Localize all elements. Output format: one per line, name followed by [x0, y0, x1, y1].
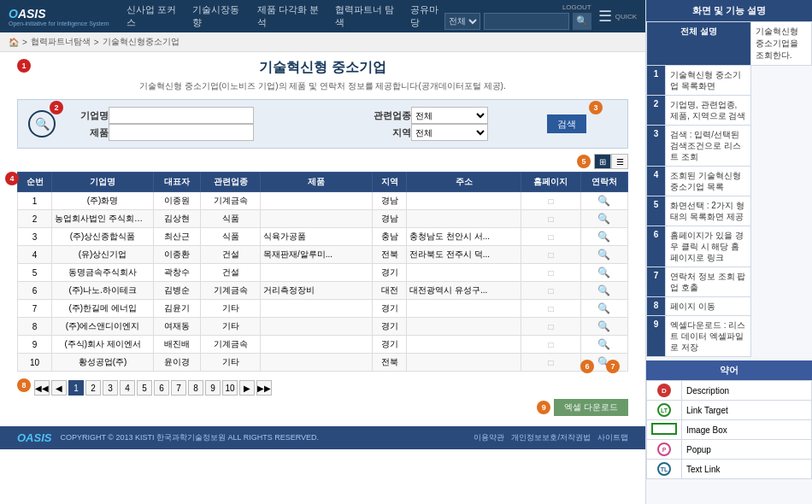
- cell-8-6[interactable]: [407, 336, 521, 354]
- page-next[interactable]: ▶: [239, 380, 255, 396]
- cell-3-6[interactable]: 전라북도 전주시 덕...: [407, 246, 521, 264]
- page-subtitle: 기술혁신형 중소기업(이노비즈 기업)의 제품 및 연락처 정보를 제공합니다(…: [17, 80, 628, 92]
- col-header-company: 기업명: [52, 173, 154, 192]
- page-10[interactable]: 10: [222, 380, 238, 396]
- page-2[interactable]: 2: [85, 380, 101, 396]
- cell-7-8[interactable]: 🔍: [580, 318, 627, 336]
- cell-9-6[interactable]: [407, 354, 521, 372]
- cell-6-7[interactable]: □: [521, 300, 581, 318]
- page-7[interactable]: 7: [171, 380, 186, 396]
- cell-8-0: 9: [18, 336, 52, 354]
- sidebar-num-5: 5: [647, 196, 666, 226]
- list-view-button[interactable]: ☰: [611, 154, 628, 169]
- legend-icon-4: TL: [647, 460, 682, 479]
- nav-item-2[interactable]: 기술시장동향: [192, 3, 244, 29]
- search-button[interactable]: 검색: [547, 114, 586, 133]
- badge-9: 9: [537, 401, 550, 414]
- page-prev-prev[interactable]: ◀◀: [34, 380, 50, 396]
- sidebar-num-7: 7: [647, 267, 666, 297]
- page-8[interactable]: 8: [188, 380, 203, 396]
- page-5[interactable]: 5: [137, 380, 152, 396]
- nav-item-3[interactable]: 제품 다각화 분석: [257, 3, 322, 29]
- cell-2-8[interactable]: 🔍: [580, 228, 627, 246]
- cell-0-6[interactable]: [407, 192, 521, 210]
- cell-0-3: 기계금속: [201, 192, 261, 210]
- breadcrumb-home[interactable]: 🏠: [9, 38, 19, 47]
- cell-7-1: (주)에스앤디이엔지: [52, 318, 154, 336]
- cell-5-8[interactable]: 🔍: [580, 282, 627, 300]
- header-search-input[interactable]: [484, 13, 569, 30]
- cell-7-4: [261, 318, 373, 336]
- breadcrumb-level1[interactable]: 협력파트너탐색: [31, 36, 91, 48]
- sidebar-desc-6: 홈페이지가 있을 경우 클릭 시 해당 홈페이지로 링크: [666, 226, 751, 267]
- col-header-homepage: 홈페이지: [521, 173, 581, 192]
- cell-1-6[interactable]: [407, 210, 521, 228]
- cell-3-4: 목재판재/알루미...: [261, 246, 373, 264]
- sidebar-header-label: 전체 설명: [647, 22, 751, 66]
- nav-item-1[interactable]: 신사업 포커스: [127, 3, 180, 29]
- cell-3-8[interactable]: 🔍: [580, 246, 627, 264]
- menu-icon[interactable]: ☰: [598, 7, 612, 26]
- grid-view-button[interactable]: ⊞: [594, 154, 611, 169]
- cell-1-7[interactable]: □: [521, 210, 581, 228]
- cell-5-6[interactable]: 대전광역시 유성구...: [407, 282, 521, 300]
- page-1[interactable]: 1: [68, 380, 84, 396]
- legend-label-2: Image Box: [682, 420, 812, 440]
- legend-label-1: Link Target: [682, 401, 812, 420]
- cell-8-8[interactable]: 🔍: [580, 336, 627, 354]
- cell-4-8[interactable]: 🔍: [580, 264, 627, 282]
- cell-7-6[interactable]: [407, 318, 521, 336]
- product-input[interactable]: [109, 124, 254, 141]
- cell-4-7[interactable]: □: [521, 264, 581, 282]
- page-9[interactable]: 9: [205, 380, 221, 396]
- cell-9-7[interactable]: □: [521, 354, 581, 372]
- header-search-select[interactable]: 전체: [444, 13, 480, 30]
- footer-sitemap[interactable]: 사이트맵: [597, 432, 628, 443]
- page-prev[interactable]: ◀: [51, 380, 67, 396]
- cell-4-2: 곽창수: [154, 264, 201, 282]
- cell-7-7[interactable]: □: [521, 318, 581, 336]
- page-6[interactable]: 6: [154, 380, 169, 396]
- legend-section-title: 약어: [646, 360, 812, 380]
- cell-4-3: 건설: [201, 264, 261, 282]
- cell-6-6[interactable]: [407, 300, 521, 318]
- cell-2-2: 최산근: [154, 228, 201, 246]
- cell-2-7[interactable]: □: [521, 228, 581, 246]
- cell-0-7[interactable]: □: [521, 192, 581, 210]
- footer-copyright: COPYRIGHT © 2013 KISTI 한국과학기술정보원 ALL RIG…: [60, 432, 319, 443]
- cell-1-0: 2: [18, 210, 52, 228]
- company-input[interactable]: [109, 107, 254, 124]
- cell-4-1: 동명금속주식회사: [52, 264, 154, 282]
- cell-8-7[interactable]: □: [521, 336, 581, 354]
- related-select[interactable]: 전체: [411, 107, 488, 124]
- nav-item-5[interactable]: 공유마당: [410, 3, 444, 29]
- cell-0-8[interactable]: 🔍: [580, 192, 627, 210]
- footer-terms[interactable]: 이용약관: [474, 432, 504, 443]
- table-row: 4(유)상신기업이종환건설목재판재/알루미...전북전라북도 전주시 덕...□…: [18, 246, 628, 264]
- header-search-button[interactable]: 🔍: [573, 13, 591, 30]
- cell-5-7[interactable]: □: [521, 282, 581, 300]
- page-4[interactable]: 4: [120, 380, 135, 396]
- badge-2: 2: [50, 101, 63, 114]
- breadcrumb-level2: 기술혁신형중소기업: [103, 36, 179, 48]
- cell-3-5: 전북: [373, 246, 407, 264]
- sidebar-desc-7: 연락처 정보 조회 팝업 호출: [666, 267, 751, 297]
- logout-label[interactable]: LOGOUT: [562, 3, 591, 11]
- cell-2-1: (주)상신종합식품: [52, 228, 154, 246]
- cell-1-8[interactable]: 🔍: [580, 210, 627, 228]
- sidebar-row: 2기업명, 관련업종, 제품, 지역으로 검색: [647, 96, 812, 126]
- page-next-next[interactable]: ▶▶: [256, 380, 272, 396]
- nav-item-4[interactable]: 협력파트너 탐색: [335, 3, 397, 29]
- cell-6-0: 7: [18, 300, 52, 318]
- cell-3-7[interactable]: □: [521, 246, 581, 264]
- badge-6: 6: [580, 360, 594, 373]
- cell-2-6[interactable]: 충청남도 천안시 서...: [407, 228, 521, 246]
- footer-links: 이용약관 개인정보보호/저작권법 사이트맵: [474, 432, 628, 443]
- page-3[interactable]: 3: [103, 380, 118, 396]
- cell-4-6[interactable]: [407, 264, 521, 282]
- excel-download-button[interactable]: 엑셀 다운로드: [554, 399, 628, 416]
- sidebar-section-title: 화면 및 기능 설명: [646, 0, 812, 21]
- footer-privacy[interactable]: 개인정보보호/저작권법: [511, 432, 591, 443]
- cell-6-8[interactable]: 🔍: [580, 300, 627, 318]
- region-select[interactable]: 전체: [411, 124, 488, 141]
